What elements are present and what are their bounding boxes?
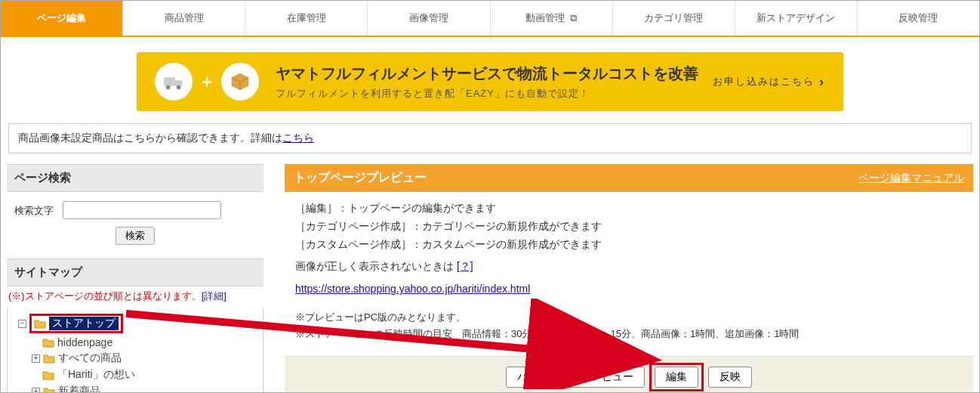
tree-row-all[interactable]: + すべての商品 (9, 350, 261, 367)
tab-stock[interactable]: 在庫管理 (245, 1, 368, 36)
svg-point-2 (166, 85, 171, 90)
tree-toggle-icon[interactable]: + (32, 354, 40, 363)
tab-product[interactable]: 商品管理 (123, 1, 245, 36)
publish-button[interactable]: 反映 (708, 367, 752, 388)
preview-title: トップページプレビュー (294, 170, 427, 186)
edit-button[interactable]: 編集 (655, 367, 698, 388)
preview-body: ［編集］：トップページの編集ができます ［カテゴリページ作成］：カテゴリページの… (285, 192, 973, 348)
tree-toggle-icon[interactable]: − (18, 320, 26, 328)
chevron-right-icon: › (819, 74, 825, 90)
sitemap-note: (※)ストアページの並び順とは異なります。[詳細] (7, 286, 263, 308)
store-url-link[interactable]: https://store.shopping.yahoo.co.jp/harit… (295, 283, 530, 295)
sitemap-title: サイトマップ (7, 258, 263, 286)
image-help-link[interactable]: [？] (457, 260, 473, 272)
truck-icon (155, 63, 193, 101)
folder-icon (43, 353, 55, 364)
svg-rect-0 (164, 77, 175, 85)
search-button[interactable]: 検索 (116, 227, 155, 245)
folder-icon (42, 337, 54, 348)
banner-cta[interactable]: お申し込みはこちら › (713, 74, 825, 90)
tab-page-edit[interactable]: ページ編集 (1, 1, 123, 36)
banner-icons: ＋ (155, 63, 259, 101)
action-bar: パソコン版でプレビュー 編集 反映 (285, 356, 973, 393)
banner-subtitle: フルフィルメントを利用すると置き配「EAZY」にも自動で設定！ (276, 87, 713, 101)
search-input[interactable] (63, 201, 221, 219)
plus-icon: ＋ (199, 70, 215, 93)
tab-image[interactable]: 画像管理 (368, 1, 490, 36)
svg-point-3 (177, 85, 181, 90)
tree-toggle-icon[interactable]: + (32, 388, 40, 394)
banner-title: ヤマトフルフィルメントサービスで物流トータルコストを改善 (276, 63, 713, 84)
tree-row-new[interactable]: + 新着商品 (9, 383, 261, 393)
pc-preview-button[interactable]: パソコン版でプレビュー (506, 367, 645, 388)
sitemap-note-link[interactable]: [詳細] (202, 290, 227, 302)
folder-icon (34, 318, 46, 329)
tree-label-store-top: ストアトップ (49, 317, 119, 330)
promo-banner: ＋ ヤマトフルフィルメントサービスで物流トータルコストを改善 フルフィルメントを… (137, 52, 843, 111)
search-label: 検索文字 (14, 205, 54, 216)
tab-video[interactable]: 動画管理 ⧉ (491, 1, 613, 36)
manual-link[interactable]: ページ編集マニュアル (858, 172, 964, 185)
tree-row-hariti[interactable]: 「Hariti」の想い (9, 367, 261, 383)
page-search-title: ページ検索 (7, 164, 263, 192)
tree-row-root[interactable]: − ストアトップ (9, 312, 261, 335)
notice-link[interactable]: こちら (282, 132, 314, 144)
top-tabs: ページ編集 商品管理 在庫管理 画像管理 動画管理 ⧉ カテゴリ管理 新ストアデ… (1, 1, 979, 37)
folder-icon (43, 386, 55, 393)
notice-bar: 商品画像未設定商品はこちらから確認できます。詳細はこちら (8, 123, 972, 153)
box-icon (221, 63, 259, 101)
tab-category[interactable]: カテゴリ管理 (613, 1, 735, 36)
preview-header: トップページプレビュー ページ編集マニュアル (285, 164, 973, 192)
tree-row-hidden[interactable]: hiddenpage (9, 335, 261, 350)
sitemap-tree: − ストアトップ hiddenpage + すべての商品 「Hariti」の想い (7, 308, 263, 393)
tab-new-design[interactable]: 新ストアデザイン (735, 1, 858, 36)
svg-rect-1 (175, 80, 182, 86)
tab-publish[interactable]: 反映管理 (858, 1, 979, 36)
external-window-icon: ⧉ (570, 12, 577, 23)
folder-icon (42, 370, 54, 380)
